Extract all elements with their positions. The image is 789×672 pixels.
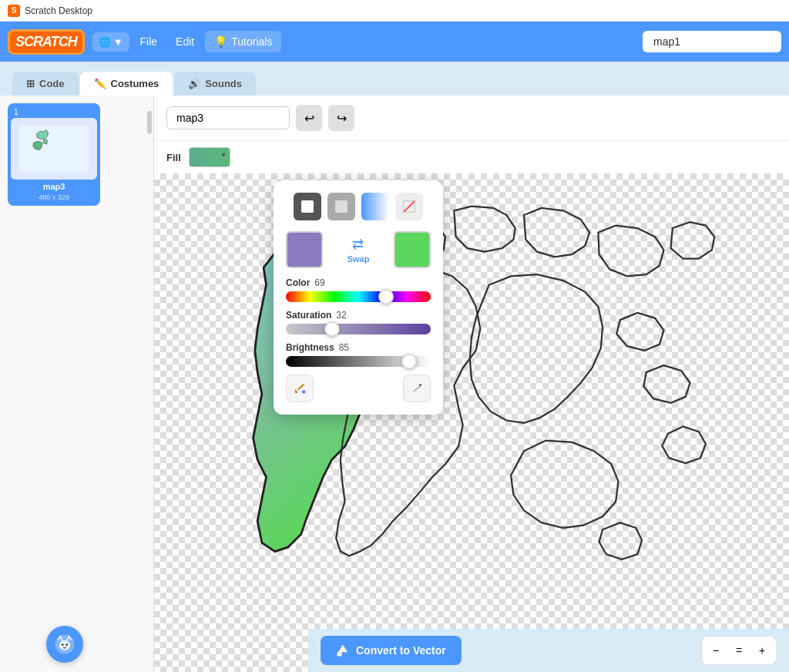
globe-icon: 🌐 [99, 36, 111, 48]
svg-point-4 [65, 643, 68, 646]
undo-button[interactable]: ↩ [296, 105, 322, 131]
gradient-icon [369, 200, 381, 213]
color-type-row [286, 193, 431, 220]
editor-area: ↩ ↪ Fill [154, 96, 789, 672]
color-slider-section: Color 69 [286, 277, 431, 302]
brightness-slider-thumb[interactable] [401, 354, 417, 369]
svg-rect-0 [19, 125, 89, 173]
cat-button[interactable] [46, 626, 83, 663]
eyedropper-icon [410, 381, 424, 395]
color-picker-popup: ⇄ Swap Color 69 Saturation 32 [274, 180, 443, 415]
right-color-swatch[interactable] [394, 231, 431, 268]
sprite-number: 1 [11, 106, 97, 118]
fill-row: Fill [154, 141, 789, 173]
swap-area: ⇄ Swap [347, 236, 370, 264]
brightness-slider-section: Brightness 85 [286, 342, 431, 367]
brightness-label: Brightness [286, 342, 334, 353]
app-icon: S [8, 5, 20, 17]
saturation-slider-track[interactable] [286, 324, 431, 334]
tutorials-icon: 💡 [214, 35, 227, 48]
sprite-size: 480 x 329 [11, 193, 97, 203]
main-area: 1 map3 480 x 329 [0, 96, 789, 672]
saturation-label: Saturation [286, 310, 331, 321]
title-bar-text: Scratch Desktop [25, 5, 92, 16]
color-slider-track[interactable] [286, 291, 431, 302]
eyedropper-button[interactable] [403, 375, 431, 402]
tutorials-button[interactable]: 💡 Tutorials [205, 31, 281, 52]
color-value: 69 [314, 277, 324, 288]
zoom-in-button[interactable]: + [751, 640, 773, 661]
zoom-controls: − = + [701, 636, 777, 665]
map-container [170, 189, 774, 626]
costumes-icon: ✏️ [94, 78, 106, 89]
light-icon [335, 200, 347, 213]
cat-icon [54, 633, 76, 655]
color-label: Color [286, 277, 310, 288]
sounds-icon: 🔊 [188, 78, 200, 89]
saturation-value: 32 [336, 310, 346, 321]
left-color-swatch[interactable] [286, 231, 323, 268]
swap-icon[interactable]: ⇄ [352, 236, 364, 253]
svg-line-8 [404, 201, 415, 212]
svg-rect-11 [337, 652, 342, 656]
no-fill-icon [403, 200, 415, 213]
sprite-name: map3 [11, 180, 97, 193]
map-svg [170, 189, 774, 626]
solid-fill-button[interactable] [294, 193, 321, 220]
globe-chevron: ▼ [113, 36, 123, 48]
tab-sounds[interactable]: 🔊 Sounds [174, 72, 256, 96]
swap-label[interactable]: Swap [347, 254, 370, 264]
convert-to-vector-button[interactable]: Convert to Vector [321, 636, 462, 665]
svg-rect-5 [301, 200, 314, 213]
fill-swatch[interactable] [189, 147, 230, 167]
canvas-area [154, 173, 789, 672]
color-slider-thumb[interactable] [378, 289, 394, 304]
brightness-value: 85 [339, 342, 349, 353]
tutorials-label: Tutorials [231, 35, 272, 48]
costume-name-input[interactable] [166, 106, 290, 129]
menu-bar: SCRATCH 🌐 ▼ File Edit 💡 Tutorials [0, 22, 789, 62]
tab-code-label: Code [39, 78, 65, 89]
zoom-fit-button[interactable]: = [728, 640, 750, 661]
convert-icon [336, 643, 350, 657]
scroll-indicator[interactable] [147, 111, 152, 134]
tab-bar: ⊞ Code ✏️ Costumes 🔊 Sounds [0, 62, 789, 96]
globe-button[interactable]: 🌐 ▼ [92, 32, 129, 52]
eyedropper-row [286, 375, 431, 402]
color-label-row: Color 69 [286, 277, 431, 288]
sprite-scroll-area: 1 map3 480 x 329 [0, 96, 153, 618]
file-menu[interactable]: File [133, 31, 166, 52]
svg-point-3 [62, 643, 64, 646]
code-icon: ⊞ [26, 78, 35, 89]
scratch-logo: SCRATCH [8, 29, 85, 55]
svg-point-2 [59, 640, 70, 650]
tab-costumes[interactable]: ✏️ Costumes [80, 72, 173, 96]
sprite-thumbnail [11, 118, 97, 180]
swatches-row: ⇄ Swap [286, 231, 431, 268]
gradient-fill-button[interactable] [361, 193, 389, 220]
svg-rect-6 [335, 200, 347, 213]
tab-code[interactable]: ⊞ Code [12, 72, 79, 96]
tab-sounds-label: Sounds [205, 78, 242, 89]
solid-icon [301, 200, 314, 213]
project-name-input[interactable] [643, 31, 781, 52]
sprite-item[interactable]: 1 map3 480 x 329 [8, 103, 100, 206]
paint-bucket-button[interactable] [286, 375, 314, 402]
saturation-label-row: Saturation 32 [286, 310, 431, 321]
title-bar: S Scratch Desktop [0, 0, 789, 22]
saturation-slider-thumb[interactable] [324, 321, 340, 337]
redo-button[interactable]: ↪ [328, 105, 354, 131]
edit-menu[interactable]: Edit [168, 31, 202, 52]
tab-costumes-label: Costumes [111, 78, 159, 89]
sprite-panel: 1 map3 480 x 329 [0, 96, 154, 672]
paint-bucket-icon [293, 381, 307, 395]
convert-label: Convert to Vector [356, 644, 446, 657]
light-fill-button[interactable] [327, 193, 355, 220]
no-fill-button[interactable] [395, 193, 423, 220]
saturation-slider-section: Saturation 32 [286, 310, 431, 334]
svg-point-9 [302, 390, 306, 394]
zoom-out-button[interactable]: − [705, 640, 727, 661]
sprite-thumbnail-svg [19, 124, 89, 174]
editor-toolbar: ↩ ↪ [154, 96, 789, 141]
brightness-slider-track[interactable] [286, 356, 431, 367]
